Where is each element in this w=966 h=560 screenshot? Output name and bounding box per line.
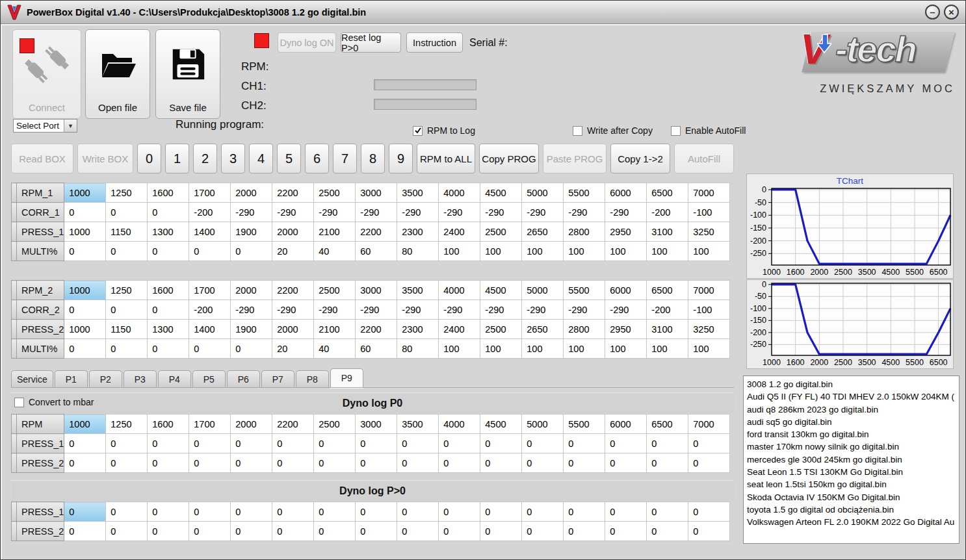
grid-cell[interactable]: 100	[605, 339, 647, 359]
digit-button-4[interactable]: 4	[249, 144, 273, 173]
grid-cell[interactable]: 2950	[605, 222, 647, 242]
grid-cell[interactable]: 3000	[356, 183, 397, 203]
grid-cell[interactable]: 5500	[564, 414, 605, 434]
file-list-item[interactable]: ford transit 130km go digital.bin	[747, 428, 959, 440]
grid-cell[interactable]: 1400	[189, 222, 231, 242]
grid-cell[interactable]: -290	[439, 203, 480, 222]
file-list-item[interactable]: Audi Q5 II (FY FL) 40 TDI MHEV 2.0 150kW…	[747, 390, 959, 403]
grid-cell[interactable]: 0	[106, 434, 148, 453]
grid-cell[interactable]: 1700	[189, 281, 231, 300]
grid-cell[interactable]: 0	[356, 502, 397, 522]
autofill-button[interactable]: AutoFill	[674, 144, 734, 173]
grid-cell[interactable]: -100	[688, 203, 730, 222]
grid-cell[interactable]: 2100	[314, 222, 356, 242]
file-list-item[interactable]: 3008 1.2 go digital.bin	[747, 378, 959, 390]
grid-cell[interactable]: 100	[564, 339, 605, 359]
file-list-item[interactable]: mercedes gle 300d 245km go digital.bin	[747, 453, 959, 466]
grid-cell[interactable]: 0	[480, 434, 522, 453]
grid-cell[interactable]: 2950	[605, 320, 647, 339]
grid-cell[interactable]: 0	[439, 434, 480, 453]
grid-cell[interactable]: 0	[314, 434, 356, 453]
digit-button-2[interactable]: 2	[193, 144, 217, 173]
grid-cell[interactable]: 1300	[148, 222, 189, 242]
checkbox-box[interactable]	[671, 126, 681, 136]
grid-cell[interactable]: 7000	[688, 281, 730, 300]
copy-1-2-button[interactable]: Copy 1->2	[610, 144, 670, 173]
grid-cell[interactable]: 0	[522, 502, 564, 522]
grid-cell[interactable]: 100	[647, 242, 688, 261]
grid-cell[interactable]: 0	[106, 300, 148, 320]
grid-cell[interactable]: 5000	[522, 281, 564, 300]
grid-cell[interactable]: 0	[356, 453, 397, 473]
enable-autofill-checkbox[interactable]: Enable AutoFill	[671, 125, 746, 136]
grid-cell[interactable]: 4000	[439, 183, 480, 203]
grid-cell[interactable]: -290	[605, 300, 647, 320]
grid-cell[interactable]: -290	[397, 203, 439, 222]
tab-p8[interactable]: P8	[296, 370, 329, 387]
grid-cell[interactable]: 0	[106, 502, 148, 522]
grid-cell[interactable]: 2100	[314, 320, 356, 339]
select-port-dropdown[interactable]: Select Port ▼	[13, 119, 77, 133]
digit-button-8[interactable]: 8	[361, 144, 385, 173]
grid-cell[interactable]: 2500	[480, 320, 522, 339]
grid-cell[interactable]: 40	[314, 339, 356, 359]
grid-cell[interactable]: -200	[189, 300, 231, 320]
grid-cell[interactable]: 1250	[106, 183, 148, 203]
grid-cell[interactable]: 7000	[688, 183, 730, 203]
grid-cell[interactable]: 0	[564, 502, 605, 522]
grid-cell[interactable]: -290	[439, 300, 480, 320]
grid-cell[interactable]: 0	[522, 522, 564, 541]
grid-cell[interactable]: 0	[688, 502, 730, 522]
grid-cell[interactable]: -290	[397, 300, 439, 320]
digit-button-7[interactable]: 7	[333, 144, 357, 173]
grid-cell[interactable]: 0	[564, 522, 605, 541]
grid-cell[interactable]: 2500	[314, 183, 356, 203]
grid-cell[interactable]: 0	[64, 434, 106, 453]
grid-cell[interactable]: 0	[688, 434, 730, 453]
grid-cell[interactable]: 100	[439, 339, 480, 359]
grid-cell[interactable]: 0	[647, 502, 688, 522]
grid-cell[interactable]: -290	[480, 203, 522, 222]
grid-cell[interactable]: 100	[522, 242, 564, 261]
grid-cell[interactable]: 0	[148, 453, 189, 473]
digit-button-0[interactable]: 0	[137, 144, 161, 173]
grid-cell[interactable]: -290	[480, 300, 522, 320]
grid-cell[interactable]: 0	[272, 434, 314, 453]
paste-prog-button[interactable]: Paste PROG	[543, 144, 607, 173]
grid-cell[interactable]: 4000	[439, 414, 480, 434]
grid-cell[interactable]: 1250	[106, 281, 148, 300]
grid-cell[interactable]: 0	[189, 434, 231, 453]
reset-log-button[interactable]: Reset log P>0	[341, 32, 401, 53]
grid-cell[interactable]: 3100	[647, 320, 688, 339]
grid-cell[interactable]: 60	[356, 339, 397, 359]
grid-cell[interactable]: 0	[64, 522, 106, 541]
grid-cell[interactable]: 1300	[148, 320, 189, 339]
grid-cell[interactable]: 0	[439, 502, 480, 522]
grid-cell[interactable]: 2300	[397, 222, 439, 242]
tab-p3[interactable]: P3	[124, 370, 157, 387]
grid-cell[interactable]: -290	[522, 203, 564, 222]
grid-cell[interactable]: 2000	[272, 320, 314, 339]
grid-cell[interactable]: 0	[64, 339, 106, 359]
grid-cell[interactable]: 2500	[314, 281, 356, 300]
grid-cell[interactable]: 1250	[106, 414, 148, 434]
close-button[interactable]: ×	[944, 5, 959, 19]
grid-cell[interactable]: 60	[356, 242, 397, 261]
grid-cell[interactable]: 1900	[231, 222, 272, 242]
grid-cell[interactable]: 3500	[397, 414, 439, 434]
grid-cell[interactable]: -290	[356, 300, 397, 320]
grid-cell[interactable]: 2200	[356, 222, 397, 242]
grid-cell[interactable]: 0	[397, 522, 439, 541]
rpm-to-all-button[interactable]: RPM to ALL	[417, 144, 475, 173]
grid-cell[interactable]: 80	[397, 242, 439, 261]
grid-cell[interactable]: 0	[688, 453, 730, 473]
grid-cell[interactable]: 0	[272, 502, 314, 522]
file-list-item[interactable]: Seat Leon 1.5 TSI 130KM Go Digital.bin	[747, 466, 959, 478]
grid-cell[interactable]: 1000	[64, 281, 106, 300]
save-file-button[interactable]: Save file	[155, 29, 220, 119]
grid-cell[interactable]: 2500	[480, 222, 522, 242]
grid-cell[interactable]: 100	[480, 339, 522, 359]
file-list-item[interactable]: master 170km nowy silnik go digital.bin	[747, 440, 959, 453]
digit-button-6[interactable]: 6	[305, 144, 329, 173]
grid-cell[interactable]: -290	[231, 203, 272, 222]
